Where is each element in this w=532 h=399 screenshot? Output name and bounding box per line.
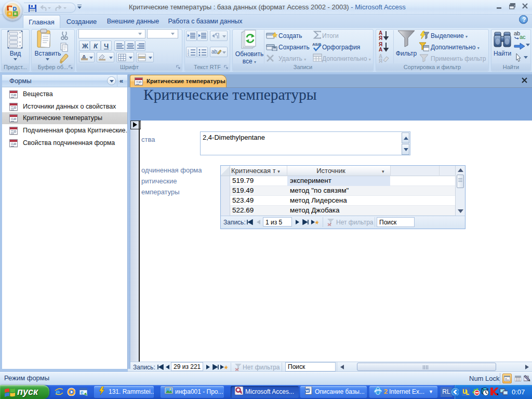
- svg-text:ac: ac: [520, 34, 526, 39]
- svg-text:e: e: [81, 390, 84, 395]
- svg-text:А: А: [379, 47, 382, 52]
- svg-text:Я: Я: [379, 35, 382, 41]
- svg-text:Я: Я: [379, 58, 382, 63]
- svg-text:3: 3: [188, 54, 189, 56]
